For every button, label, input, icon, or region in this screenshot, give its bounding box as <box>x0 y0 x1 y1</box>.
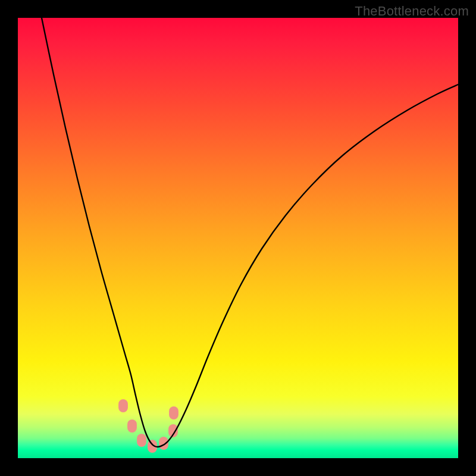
curve-layer <box>18 18 458 458</box>
accent-marker <box>127 419 137 433</box>
accent-marker <box>137 434 146 447</box>
accent-marker <box>169 406 178 419</box>
bottleneck-curve <box>42 18 458 447</box>
watermark-text: TheBottleneck.com <box>355 4 469 19</box>
accent-markers-group <box>118 399 178 453</box>
plot-area <box>18 18 458 458</box>
accent-marker <box>118 399 128 412</box>
chart-frame: TheBottleneck.com <box>0 0 476 476</box>
